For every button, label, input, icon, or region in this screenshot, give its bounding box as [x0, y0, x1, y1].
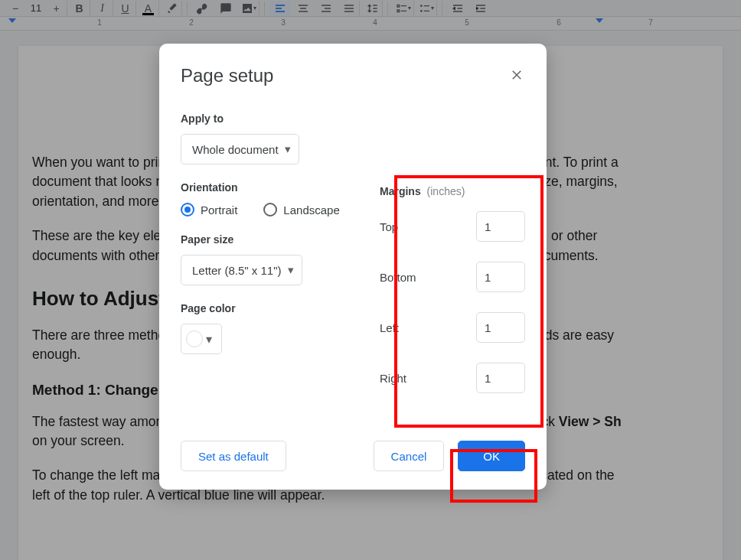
apply-to-value: Whole document [192, 143, 279, 156]
ok-button[interactable]: OK [458, 441, 525, 471]
radio-icon [263, 203, 277, 217]
orientation-portrait-radio[interactable]: Portrait [181, 203, 237, 217]
chevron-down-icon: ▾ [206, 332, 212, 347]
margin-top-label: Top [380, 220, 398, 233]
paper-size-value: Letter (8.5" x 11") [192, 264, 282, 277]
margin-left-label: Left [380, 321, 399, 334]
margin-right-input[interactable] [476, 363, 525, 393]
page-setup-dialog: Page setup Apply to Whole document ▾ Ori… [159, 44, 547, 490]
apply-to-label: Apply to [181, 112, 349, 125]
page-color-label: Page color [181, 302, 349, 314]
chevron-down-icon: ▾ [288, 263, 294, 277]
margin-right-label: Right [380, 372, 406, 385]
margin-bottom-label: Bottom [380, 271, 416, 284]
margins-unit: (inches) [427, 185, 465, 197]
set-as-default-button[interactable]: Set as default [181, 441, 286, 471]
orientation-landscape-radio[interactable]: Landscape [263, 203, 339, 217]
color-swatch-icon [186, 330, 203, 347]
apply-to-dropdown[interactable]: Whole document ▾ [181, 134, 299, 164]
landscape-label: Landscape [283, 203, 339, 217]
orientation-label: Orientation [181, 181, 349, 194]
radio-icon [181, 203, 194, 217]
paper-size-label: Paper size [181, 233, 349, 246]
margin-bottom-input[interactable] [476, 262, 525, 292]
close-icon[interactable] [508, 67, 525, 83]
margins-label: Margins (inches) [380, 185, 525, 197]
margin-left-input[interactable] [476, 312, 525, 343]
page-color-picker[interactable]: ▾ [181, 324, 222, 354]
portrait-label: Portrait [201, 203, 237, 217]
margin-top-input[interactable] [476, 211, 525, 242]
cancel-button[interactable]: Cancel [374, 441, 445, 471]
dialog-title: Page setup [181, 65, 525, 86]
chevron-down-icon: ▾ [285, 142, 291, 156]
paper-size-dropdown[interactable]: Letter (8.5" x 11") ▾ [181, 255, 302, 285]
